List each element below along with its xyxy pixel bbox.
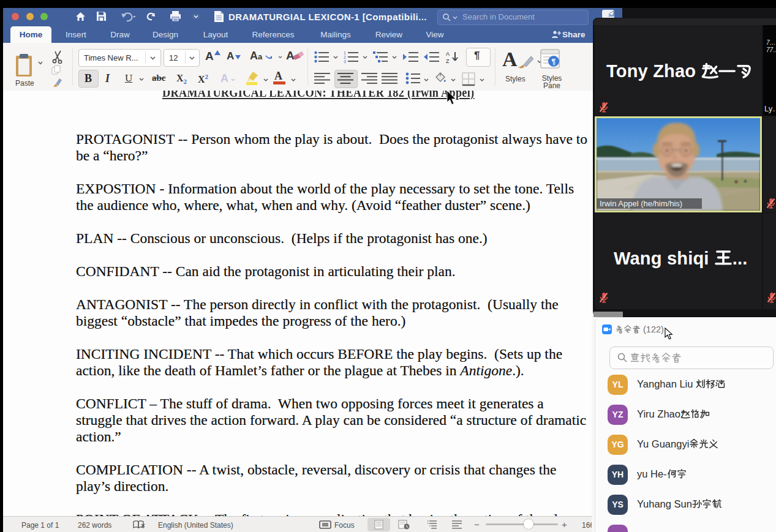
svg-text:Z: Z	[446, 58, 450, 64]
svg-text:1: 1	[344, 51, 346, 55]
svg-text:3: 3	[344, 59, 346, 63]
svg-text:A: A	[446, 51, 450, 57]
svg-text:¶: ¶	[552, 58, 556, 66]
svg-text:2: 2	[344, 55, 346, 59]
